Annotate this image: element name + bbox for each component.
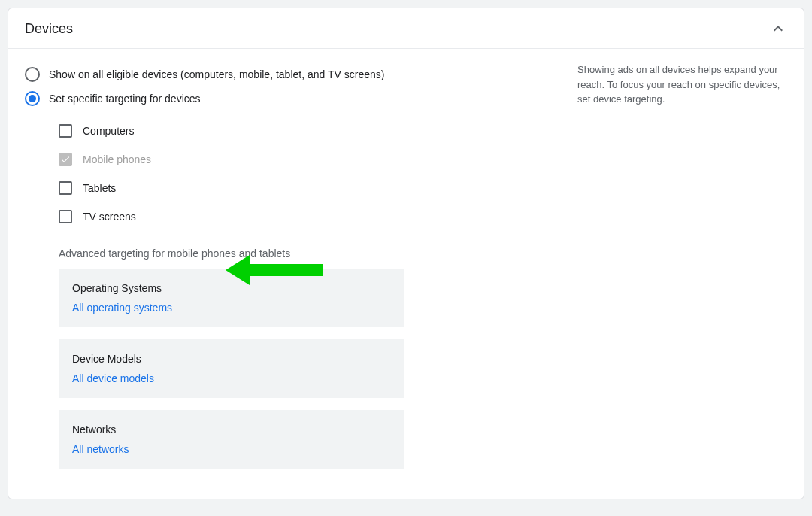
adv-card-networks-link[interactable]: All networks [72, 443, 129, 455]
checkbox-tv-label: TV screens [83, 211, 136, 223]
card-header: Devices [8, 8, 804, 49]
adv-card-os-link[interactable]: All operating systems [72, 302, 172, 314]
card-body: Show on all eligible devices (computers,… [8, 49, 804, 499]
radio-icon-selected [25, 91, 40, 106]
checkbox-icon [59, 181, 72, 195]
adv-card-device-models[interactable]: Device Models All device models [59, 339, 404, 398]
checkbox-mobile-phones[interactable]: Mobile phones [59, 145, 547, 174]
checkbox-computers-label: Computers [83, 125, 134, 137]
adv-card-os-title: Operating Systems [72, 282, 391, 294]
adv-card-models-link[interactable]: All device models [72, 372, 154, 384]
radio-all-devices[interactable]: Show on all eligible devices (computers,… [25, 62, 547, 87]
radio-specific-label: Set specific targeting for devices [49, 93, 201, 105]
checkbox-icon-checked-disabled [59, 153, 72, 166]
advanced-targeting-label: Advanced targeting for mobile phones and… [59, 247, 547, 260]
checkbox-tv-screens[interactable]: TV screens [59, 202, 547, 231]
checkbox-icon [59, 210, 72, 223]
radio-specific-devices[interactable]: Set specific targeting for devices [25, 87, 547, 111]
checkbox-tablets[interactable]: Tablets [59, 174, 547, 202]
checkbox-mobile-label: Mobile phones [83, 153, 151, 165]
radio-all-label: Show on all eligible devices (computers,… [49, 68, 384, 80]
checkbox-tablets-label: Tablets [83, 182, 116, 194]
advanced-cards: Operating Systems All operating systems … [59, 269, 404, 469]
devices-card: Devices Show on all eligible devices (co… [8, 8, 804, 499]
adv-card-models-title: Device Models [72, 353, 391, 365]
device-checkbox-group: Computers Mobile phones Tablets [25, 117, 547, 231]
chevron-up-icon [769, 20, 787, 38]
help-text: Showing ads on all devices helps expand … [562, 62, 787, 107]
collapse-toggle[interactable] [769, 20, 787, 38]
check-icon [60, 154, 71, 165]
adv-card-operating-systems[interactable]: Operating Systems All operating systems [59, 269, 404, 327]
checkbox-icon [59, 124, 72, 138]
left-column: Show on all eligible devices (computers,… [25, 62, 547, 481]
adv-card-networks-title: Networks [72, 423, 391, 436]
card-title: Devices [25, 21, 73, 37]
adv-card-networks[interactable]: Networks All networks [59, 410, 404, 469]
checkbox-computers[interactable]: Computers [59, 117, 547, 145]
radio-icon [25, 67, 40, 82]
